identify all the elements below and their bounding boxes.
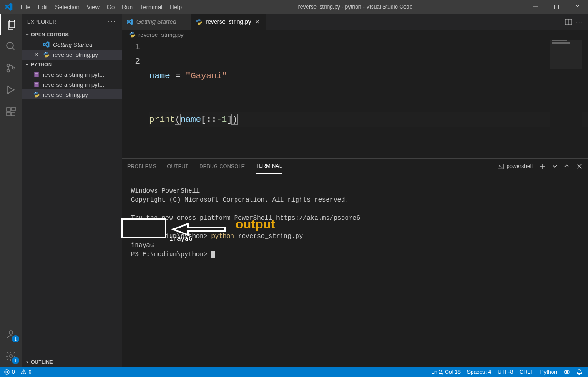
- terminal-cursor: [211, 251, 215, 258]
- file-tree-item[interactable]: reverse a string in pyt...: [22, 79, 122, 89]
- breadcrumb[interactable]: reverse_string.py: [122, 30, 588, 40]
- svg-point-33: [133, 36, 133, 37]
- menu-view[interactable]: View: [83, 0, 103, 14]
- sidebar-header: EXPLORER ···: [22, 14, 122, 30]
- terminal-dropdown-icon[interactable]: [553, 164, 557, 169]
- status-language[interactable]: Python: [540, 367, 557, 377]
- panel-tab-output[interactable]: OUTPUT: [167, 159, 189, 174]
- maximize-panel-icon[interactable]: [563, 163, 570, 169]
- python-file-icon: [43, 51, 50, 58]
- status-warnings-count: 0: [29, 369, 32, 375]
- svg-point-9: [7, 92, 9, 94]
- tab-reverse-string[interactable]: reverse_string.py ×: [191, 14, 266, 30]
- svg-rect-21: [35, 75, 37, 75]
- sidebar-more-icon[interactable]: ···: [108, 18, 116, 26]
- settings-badge: 1: [12, 357, 19, 364]
- shell-name: powershell: [507, 163, 533, 169]
- vscode-file-icon: [126, 19, 134, 25]
- menu-file[interactable]: File: [17, 0, 34, 14]
- minimize-button[interactable]: [525, 0, 546, 14]
- menu-edit[interactable]: Edit: [34, 0, 51, 14]
- code-token: name: [180, 114, 201, 124]
- open-editor-label: Getting Started: [53, 41, 92, 48]
- file-tree-item[interactable]: reverse a string in pyt...: [22, 69, 122, 79]
- window-controls: [525, 0, 588, 14]
- outline-section[interactable]: › OUTLINE: [22, 357, 122, 367]
- status-feedback-icon[interactable]: [563, 367, 570, 377]
- code-editor[interactable]: 1 2 name = "Gayani" print(name[::-1]): [122, 40, 588, 158]
- code-token: ): [231, 114, 237, 125]
- menu-run[interactable]: Run: [118, 0, 136, 14]
- code-content[interactable]: name = "Gayani" print(name[::-1]): [149, 40, 588, 158]
- svg-point-15: [10, 355, 12, 357]
- new-terminal-icon[interactable]: [539, 163, 546, 170]
- bottom-panel: PROBLEMS OUTPUT DEBUG CONSOLE TERMINAL p…: [122, 158, 588, 367]
- editor-scrollbar[interactable]: [582, 40, 588, 158]
- status-errors[interactable]: 0: [4, 367, 15, 377]
- open-editor-getting-started[interactable]: Getting Started: [22, 40, 122, 50]
- vscode-logo-icon: [0, 3, 17, 11]
- file-tree-item-active[interactable]: reverse_string.py: [22, 89, 122, 99]
- svg-line-5: [12, 48, 15, 50]
- run-debug-icon[interactable]: [0, 79, 22, 101]
- panel-tab-debug-console[interactable]: DEBUG CONSOLE: [200, 159, 245, 174]
- annotation-label: output: [236, 220, 275, 229]
- breadcrumb-file: reverse_string.py: [138, 31, 184, 38]
- svg-point-14: [9, 331, 13, 334]
- maximize-button[interactable]: [546, 0, 567, 14]
- svg-point-6: [7, 64, 10, 67]
- svg-rect-18: [34, 72, 38, 77]
- menu-selection[interactable]: Selection: [51, 0, 83, 14]
- status-errors-count: 0: [12, 369, 15, 375]
- minimap-preview: [552, 40, 574, 45]
- document-file-icon: [33, 71, 40, 78]
- open-editor-reverse-string[interactable]: × reverse_string.py: [22, 50, 122, 60]
- close-editor-icon[interactable]: ×: [33, 51, 40, 58]
- status-notifications-icon[interactable]: [576, 367, 583, 377]
- split-editor-icon[interactable]: [565, 18, 572, 25]
- code-token: name: [149, 71, 170, 81]
- search-icon[interactable]: [0, 35, 22, 57]
- status-eol[interactable]: CRLF: [519, 367, 533, 377]
- minimap[interactable]: [550, 40, 582, 158]
- tab-getting-started[interactable]: Getting Started ×: [122, 14, 191, 30]
- code-token: ::: [206, 114, 216, 124]
- svg-point-27: [37, 96, 37, 97]
- settings-gear-icon[interactable]: 1: [0, 345, 22, 367]
- code-token: [: [201, 114, 206, 124]
- source-control-icon[interactable]: [0, 57, 22, 79]
- close-button[interactable]: [567, 0, 588, 14]
- svg-point-47: [23, 373, 24, 373]
- svg-rect-1: [555, 5, 559, 9]
- accounts-badge: 1: [12, 335, 19, 342]
- close-panel-icon[interactable]: [576, 163, 583, 169]
- terminal-content[interactable]: Windows PowerShell Copyright (C) Microso…: [122, 174, 588, 367]
- menu-terminal[interactable]: Terminal: [136, 0, 166, 14]
- extensions-icon[interactable]: [0, 101, 22, 123]
- status-cursor-position[interactable]: Ln 2, Col 18: [431, 367, 461, 377]
- tab-close-icon[interactable]: ×: [254, 18, 261, 25]
- menu-go[interactable]: Go: [103, 0, 118, 14]
- editor-actions: ···: [560, 14, 588, 30]
- status-indentation[interactable]: Spaces: 4: [467, 367, 491, 377]
- terminal-arg: reverse_string.py: [238, 233, 303, 240]
- more-actions-icon[interactable]: ···: [576, 18, 583, 25]
- status-warnings[interactable]: 0: [20, 367, 32, 377]
- status-encoding[interactable]: UTF-8: [498, 367, 513, 377]
- panel-tab-problems[interactable]: PROBLEMS: [127, 159, 156, 174]
- accounts-icon[interactable]: 1: [0, 323, 22, 345]
- chevron-down-icon: ›: [24, 31, 30, 38]
- open-editors-section[interactable]: › OPEN EDITORS: [22, 30, 122, 40]
- outline-label: OUTLINE: [31, 359, 53, 365]
- document-file-icon: [33, 81, 40, 88]
- menu-help[interactable]: Help: [166, 0, 186, 14]
- folder-section[interactable]: › PYTHON: [22, 60, 122, 69]
- svg-point-16: [45, 52, 46, 53]
- menu-bar: File Edit Selection View Go Run Terminal…: [17, 0, 186, 14]
- terminal-line: Copyright (C) Microsoft Corporation. All…: [131, 196, 349, 203]
- svg-rect-12: [11, 112, 15, 116]
- terminal-shell-selector[interactable]: powershell: [498, 163, 533, 169]
- panel-tab-terminal[interactable]: TERMINAL: [256, 159, 282, 174]
- explorer-icon[interactable]: [0, 14, 22, 35]
- window-title: reverse_string.py - python - Visual Stud…: [186, 4, 525, 10]
